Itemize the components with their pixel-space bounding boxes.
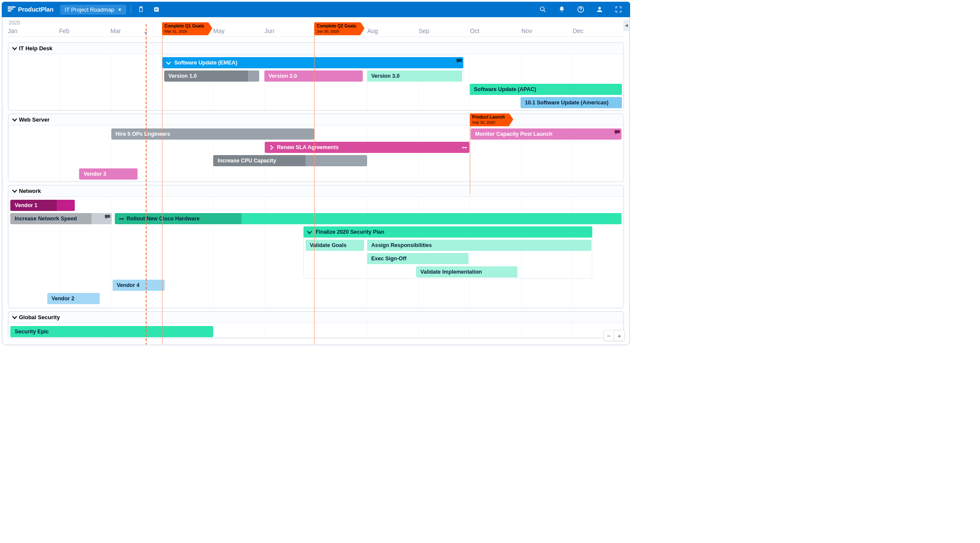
- bar-vendor-4[interactable]: Vendor 4: [113, 280, 165, 291]
- bar-vendor-1[interactable]: Vendor 1: [10, 200, 75, 211]
- top-bar-left: ProductPlan IT Project Roadmap ▼ P: [5, 4, 162, 15]
- top-bar-right: [537, 4, 627, 15]
- lane-header-network[interactable]: Network: [9, 186, 623, 197]
- bar-software-update-emea[interactable]: Software Update (EMEA): [162, 57, 464, 68]
- bar-version-3[interactable]: Version 3.0: [367, 70, 462, 82]
- logo-icon: [8, 6, 15, 12]
- lane-header-web-server[interactable]: Web Server: [9, 114, 623, 125]
- bar-validate-implementation[interactable]: Validate Implementation: [416, 266, 518, 278]
- svg-rect-2: [8, 10, 11, 12]
- bar-increase-cpu[interactable]: Increase CPU Capacity: [213, 155, 367, 166]
- bar-security-epic[interactable]: Security Epic: [10, 326, 213, 337]
- bar-vendor-3[interactable]: Vendor 3: [79, 168, 138, 180]
- chevron-down-icon: [307, 229, 312, 234]
- month-dec: Dec: [573, 26, 625, 37]
- svg-point-7: [540, 7, 544, 11]
- month-may: May: [213, 26, 265, 37]
- chevron-down-icon: [12, 45, 17, 50]
- search-button[interactable]: [537, 4, 548, 15]
- notifications-button[interactable]: [556, 4, 567, 15]
- svg-rect-1: [8, 9, 13, 10]
- link-icon: ⊶: [119, 216, 124, 222]
- zoom-in-button[interactable]: +: [614, 330, 625, 341]
- bar-increase-network-speed[interactable]: Increase Network Speed: [10, 213, 112, 224]
- month-mar: Mar: [110, 26, 162, 37]
- milestone-q2-date: Jun 30, 2020: [317, 29, 356, 34]
- milestone-product-launch[interactable]: Product LaunchSep 30, 2020: [470, 113, 509, 126]
- svg-text:P: P: [155, 8, 158, 12]
- lane-title: Network: [19, 188, 41, 194]
- month-jan: Jan: [8, 26, 59, 37]
- today-arrow-icon: ▼: [143, 30, 148, 36]
- caret-down-icon: ▼: [118, 7, 122, 12]
- bar-assign-responsibilities[interactable]: Assign Responsibilities: [367, 240, 591, 251]
- help-button[interactable]: [575, 4, 586, 15]
- month-nov: Nov: [521, 26, 573, 37]
- month-axis: Jan Feb Mar May Jun Aug Sep Oct Nov Dec …: [8, 26, 624, 37]
- bar-renew-sla[interactable]: Renew SLA Agreements⊶: [265, 142, 469, 153]
- month-feb: Feb: [59, 26, 111, 37]
- app-name: ProductPlan: [18, 6, 53, 13]
- chevron-down-icon: [12, 188, 17, 192]
- lane-global-security: Global Security Security Epic: [8, 311, 624, 339]
- roadmap-canvas: ◀ 2020 Jan Feb Mar May Jun Aug Sep Oct N…: [2, 17, 630, 345]
- lane-it-help-desk: IT Help Desk Software Update (EMEA) Vers…: [8, 42, 624, 111]
- parking-button[interactable]: P: [151, 4, 162, 15]
- plan-name: IT Project Roadmap: [64, 6, 114, 13]
- bar-software-update-americas[interactable]: 10.1 Software Update (Americas): [521, 97, 622, 108]
- milestone-q1-title: Complete Q1 Goals: [165, 24, 204, 28]
- link-icon: ⊶: [462, 145, 467, 150]
- lane-title: Web Server: [19, 116, 49, 123]
- milestone-q2[interactable]: Complete Q2 GoalsJun 30, 2020: [314, 22, 361, 35]
- milestone-launch-title: Product Launch: [472, 115, 505, 119]
- divider: [131, 5, 131, 14]
- svg-point-10: [580, 11, 581, 12]
- bar-exec-signoff[interactable]: Exec Sign-Off: [367, 253, 469, 264]
- bar-monitor-capacity[interactable]: Monitor Capacity Post Launch: [471, 128, 621, 140]
- lane-title: IT Help Desk: [19, 45, 52, 52]
- month-jun: Jun: [265, 26, 316, 37]
- milestone-q2-title: Complete Q2 Goals: [317, 24, 356, 28]
- lane-header-help-desk[interactable]: IT Help Desk: [9, 43, 623, 54]
- svg-line-8: [544, 10, 545, 12]
- zoom-out-button[interactable]: −: [604, 330, 614, 341]
- svg-rect-0: [8, 6, 15, 8]
- chevron-right-icon: [269, 145, 273, 149]
- month-sep: Sep: [419, 26, 470, 37]
- zoom-controls: − +: [603, 330, 625, 341]
- month-oct: Oct: [470, 26, 522, 37]
- chevron-down-icon: [12, 314, 17, 319]
- month-aug: Aug: [368, 26, 419, 37]
- bar-rollout-cisco[interactable]: ⊶Rollout New Cisco Hardware: [115, 213, 621, 224]
- milestone-launch-date: Sep 30, 2020: [472, 120, 505, 125]
- top-bar: ProductPlan IT Project Roadmap ▼ P: [2, 2, 630, 17]
- bar-finalize-security-plan[interactable]: Finalize 2020 Security Plan: [303, 226, 592, 238]
- lane-header-global-security[interactable]: Global Security: [9, 312, 623, 323]
- chevron-down-icon: [12, 116, 17, 121]
- bar-hire-ops-engineers[interactable]: Hire 5 OPs Engineers: [111, 128, 314, 140]
- comment-icon: [105, 215, 110, 219]
- milestone-q1-date: Mar 31, 2020: [165, 29, 204, 34]
- expand-side-panel[interactable]: ◀: [623, 20, 629, 31]
- milestone-q1[interactable]: Complete Q1 GoalsMar 31, 2020: [162, 22, 208, 35]
- app-logo[interactable]: ProductPlan: [5, 6, 56, 13]
- account-button[interactable]: [594, 4, 605, 15]
- fullscreen-button[interactable]: [613, 4, 624, 15]
- chevron-down-icon: [166, 60, 171, 64]
- today-line: [146, 24, 147, 345]
- lane-network: Network Vendor 1 Increase Network Speed …: [8, 185, 624, 308]
- bar-version-2[interactable]: Version 2.0: [264, 70, 363, 82]
- timeline-header: 2020 Jan Feb Mar May Jun Aug Sep Oct Nov…: [8, 20, 624, 40]
- bar-version-1[interactable]: Version 1.0: [164, 70, 260, 82]
- clipboard-button[interactable]: [135, 4, 147, 15]
- bar-vendor-2[interactable]: Vendor 2: [47, 293, 100, 304]
- lane-web-server: Web Server Product LaunchSep 30, 2020 Hi…: [8, 113, 624, 182]
- lane-title: Global Security: [19, 314, 60, 320]
- plan-selector[interactable]: IT Project Roadmap ▼: [60, 5, 126, 15]
- bar-software-update-apac[interactable]: Software Update (APAC): [470, 84, 622, 95]
- comment-icon: [615, 130, 620, 134]
- comment-icon: [456, 59, 462, 63]
- svg-point-11: [598, 7, 601, 9]
